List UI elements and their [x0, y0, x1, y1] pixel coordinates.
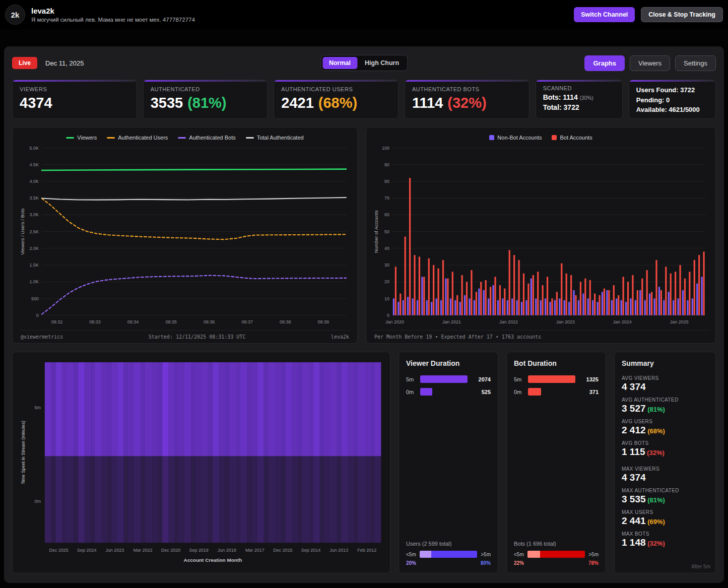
- summary-item-avg-bots: AVG BOTS1 115 (32%): [622, 440, 708, 458]
- svg-text:0: 0: [36, 313, 39, 318]
- stat-value: 3535: [151, 95, 183, 111]
- graphs-button[interactable]: Graphs: [584, 55, 625, 71]
- svg-text:Dec 2015: Dec 2015: [273, 548, 292, 553]
- svg-text:4.5K: 4.5K: [29, 162, 39, 167]
- svg-text:Jan 2025: Jan 2025: [670, 319, 689, 324]
- switch-channel-button[interactable]: Switch Channel: [574, 7, 635, 22]
- svg-text:Mar 2017: Mar 2017: [245, 548, 264, 553]
- app-header: 2k leva2k Я могучий сильный лев. Мама мн…: [0, 0, 728, 29]
- bar-chart-legend: Non-Bot AccountsBot Accounts: [372, 132, 709, 143]
- split-right-percent: 80%: [481, 560, 491, 566]
- legend-swatch: [107, 137, 115, 139]
- bot-duration-split: <5m >5m: [514, 551, 599, 558]
- svg-text:08:34: 08:34: [127, 319, 139, 324]
- summary-items: AVG VIEWERS4 374AVG AUTHENTICATED3 527 (…: [622, 375, 708, 553]
- svg-text:08:38: 08:38: [280, 319, 291, 324]
- svg-text:60: 60: [384, 212, 389, 217]
- mode-normal-button[interactable]: Normal: [322, 57, 357, 69]
- viewer-duration-title: Viewer Duration: [406, 359, 491, 367]
- viewer-duration-percents: 20% 80%: [406, 560, 491, 566]
- after-5m-note: After 5m: [691, 564, 710, 569]
- legend-swatch: [489, 135, 494, 140]
- summary-item-max-authenticated: MAX AUTHENTICATED3 535 (81%): [622, 488, 708, 505]
- svg-text:Jan 2023: Jan 2023: [556, 319, 575, 324]
- close-stop-tracking-button[interactable]: Close & Stop Tracking: [641, 7, 723, 22]
- svg-text:Account Creation Month: Account Creation Month: [184, 557, 242, 563]
- legend-swatch: [246, 137, 254, 139]
- svg-text:Jan 2024: Jan 2024: [613, 319, 632, 324]
- scanned-total-line: Total: 3722: [543, 103, 615, 111]
- svg-text:0m: 0m: [34, 499, 40, 504]
- found-card: Users Found: 3722 Pending: 0 Available: …: [629, 80, 716, 119]
- split-right-percent: 78%: [588, 560, 599, 566]
- legend-swatch: [552, 135, 557, 140]
- viewer-duration-row-5m: 5m 2074: [406, 375, 491, 383]
- bar-footer-text: Per Month Before 19 • Expected After 17 …: [374, 334, 541, 340]
- stat-label: AUTHENTICATED BOTS: [412, 86, 522, 92]
- bot-duration-percents: 22% 78%: [514, 560, 599, 566]
- header-actions: Switch Channel Close & Stop Tracking: [574, 7, 723, 22]
- duration-value: 525: [472, 389, 491, 395]
- svg-text:100: 100: [382, 145, 389, 150]
- scanned-title: SCANNED: [543, 85, 615, 91]
- split-bar: [420, 551, 478, 558]
- svg-text:Number of Accounts: Number of Accounts: [374, 210, 379, 253]
- duration-value: 2074: [472, 376, 491, 382]
- legend-item-authenticated-bots[interactable]: Authenticated Bots: [178, 135, 235, 141]
- svg-text:70: 70: [384, 195, 389, 201]
- heatmap-panel: 5m0mDec 2025Sep 2024Jun 2023Mar 2022Dec …: [12, 352, 390, 573]
- svg-text:Sep 2019: Sep 2019: [189, 548, 208, 553]
- bot-duration-row-5m: 5m 1325: [514, 375, 599, 383]
- bot-duration-row-0m: 0m 371: [514, 388, 599, 396]
- legend-item-authenticated-users[interactable]: Authenticated Users: [107, 135, 168, 141]
- svg-text:1.5K: 1.5K: [29, 263, 39, 268]
- stat-percent: (32%): [447, 95, 486, 111]
- legend-item-total-authenticated[interactable]: Total Authenticated: [246, 135, 304, 141]
- mode-high-churn-button[interactable]: High Churn: [358, 57, 406, 69]
- summary-item-avg-users: AVG USERS2 412 (68%): [622, 419, 708, 436]
- stat-label: AUTHENTICATED USERS: [281, 86, 391, 92]
- bar-chart-panel: Non-Bot AccountsBot Accounts 01020304050…: [366, 127, 716, 344]
- svg-text:500: 500: [31, 296, 39, 301]
- bot-duration-panel: Bot Duration 5m 1325 0m 371 Bots (1 696 …: [506, 352, 606, 573]
- svg-text:08:37: 08:37: [241, 319, 252, 324]
- svg-text:Jun 2023: Jun 2023: [105, 548, 124, 553]
- duration-bar: [420, 388, 468, 396]
- mode-toggle: Normal High Churn: [320, 55, 408, 71]
- split-bar: [527, 551, 585, 558]
- summary-panel: Summary AVG VIEWERS4 374AVG AUTHENTICATE…: [614, 352, 716, 573]
- channel-avatar-label: 2k: [11, 11, 20, 19]
- svg-text:Jun 2013: Jun 2013: [329, 548, 348, 553]
- svg-text:Jan 2021: Jan 2021: [442, 319, 461, 324]
- stat-value: 1114: [412, 95, 443, 111]
- split-left-percent: 22%: [514, 560, 524, 566]
- legend-item-non-bot-accounts[interactable]: Non-Bot Accounts: [489, 135, 542, 141]
- line-chart-legend: ViewersAuthenticated UsersAuthenticated …: [19, 132, 351, 143]
- svg-text:08:32: 08:32: [51, 319, 62, 324]
- legend-item-viewers[interactable]: Viewers: [66, 135, 97, 141]
- legend-item-bot-accounts[interactable]: Bot Accounts: [552, 135, 592, 141]
- svg-text:10: 10: [384, 296, 389, 301]
- duration-label: 0m: [406, 389, 416, 395]
- duration-bar: [528, 388, 575, 396]
- summary-title: Summary: [622, 359, 708, 367]
- stat-card-authenticated-bots: AUTHENTICATED BOTS 1114 (32%): [405, 80, 530, 119]
- line-chart: 05001.0K1.5K2.0K2.5K3.0K3.5K4.0K4.5K5.0K…: [19, 143, 351, 330]
- viewers-button[interactable]: Viewers: [630, 55, 670, 71]
- svg-text:Jun 2018: Jun 2018: [218, 548, 236, 553]
- svg-text:08:35: 08:35: [165, 319, 176, 324]
- stat-card-authenticated: AUTHENTICATED 3535 (81%): [143, 80, 268, 119]
- stat-value: 4374: [20, 95, 52, 111]
- svg-text:3.0K: 3.0K: [29, 212, 39, 217]
- svg-text:Sep 2014: Sep 2014: [301, 548, 320, 553]
- bot-duration-title: Bot Duration: [514, 359, 599, 367]
- svg-text:Sep 2024: Sep 2024: [77, 548, 96, 553]
- svg-text:5.0K: 5.0K: [29, 145, 39, 150]
- settings-button[interactable]: Settings: [675, 55, 716, 71]
- line-chart-panel: ViewersAuthenticated UsersAuthenticated …: [12, 127, 358, 344]
- svg-text:08:33: 08:33: [89, 319, 100, 324]
- scanned-bots-percent: (30%): [580, 95, 593, 101]
- svg-text:2.0K: 2.0K: [29, 246, 39, 251]
- footer-watermark: @viewermetrics: [21, 334, 63, 340]
- channel-name: leva2k: [31, 7, 195, 16]
